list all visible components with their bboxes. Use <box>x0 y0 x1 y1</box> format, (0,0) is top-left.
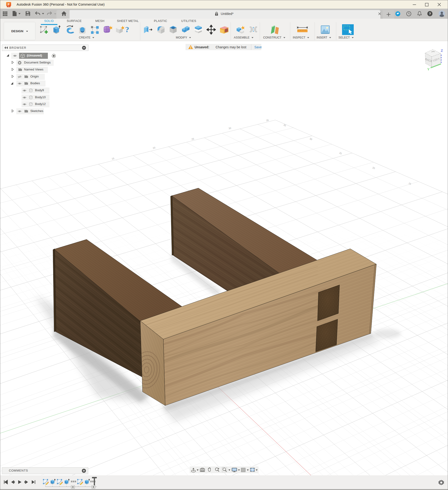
svg-text:360: 360 <box>8 6 9 7</box>
svg-text:Y: Y <box>427 67 430 71</box>
svg-text:?: ? <box>125 25 129 34</box>
svg-text:Z: Z <box>441 49 443 52</box>
svg-text:?: ? <box>429 12 431 16</box>
svg-text:F: F <box>8 3 10 6</box>
